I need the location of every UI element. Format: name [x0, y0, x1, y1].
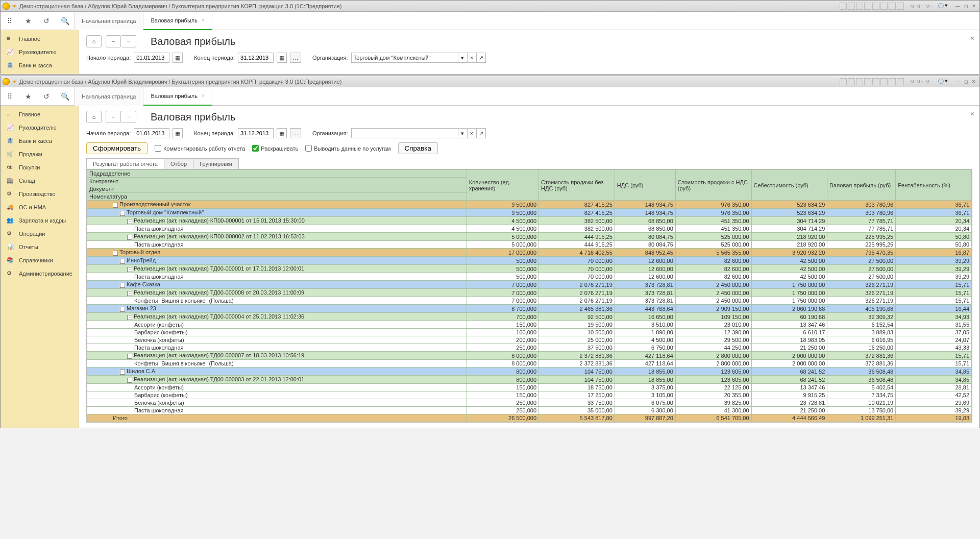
- sidebar-item[interactable]: 🛒Продажи: [1, 148, 79, 161]
- dropdown-caret-icon[interactable]: ▾: [945, 78, 948, 85]
- collapse-icon[interactable]: −: [127, 378, 132, 383]
- table-row[interactable]: Паста шоколадная4 500,000382 500,0068 85…: [87, 225, 972, 233]
- table-row[interactable]: Ассорти (конфеты)150,00018 750,003 375,0…: [87, 384, 972, 391]
- collapse-icon[interactable]: −: [120, 370, 125, 375]
- sidebar-item[interactable]: 🏦Банк и касса: [1, 59, 79, 72]
- collapse-icon[interactable]: −: [127, 354, 132, 359]
- help-button[interactable]: Справка: [398, 142, 438, 154]
- table-row[interactable]: −Магазин 238 700,0002 465 381,36443 768,…: [87, 305, 972, 313]
- tab-start[interactable]: Начальная страница: [75, 87, 143, 106]
- dropdown-icon[interactable]: ⏷: [12, 3, 17, 9]
- subtab[interactable]: Результат работы отчета: [86, 158, 164, 169]
- table-row[interactable]: −Реализация (акт, накладная) ТД00-000007…: [87, 352, 972, 360]
- sidebar-item[interactable]: 🏦Банк и касса: [1, 134, 79, 148]
- org-dropdown-icon[interactable]: ▾: [458, 53, 468, 63]
- info-icon[interactable]: ⓘ: [938, 78, 944, 85]
- toolbar-icon[interactable]: [856, 78, 863, 85]
- maximize-button[interactable]: ◻: [962, 3, 969, 10]
- table-row[interactable]: −ИнноТрейд500,00070 000,0012 600,0082 60…: [87, 257, 972, 265]
- apps-icon[interactable]: ⠿: [1, 87, 19, 106]
- history-icon[interactable]: ↺: [37, 87, 56, 106]
- table-row[interactable]: −Реализация (акт, накладная) КП00-000001…: [87, 217, 972, 225]
- org-select[interactable]: Торговый дом "Комплексный": [351, 53, 458, 63]
- subtab[interactable]: Группировки: [193, 158, 239, 169]
- toolbar-icon[interactable]: [897, 78, 904, 85]
- table-row[interactable]: −Торговый дом "Комплексный"9 500,000827 …: [87, 209, 972, 217]
- toolbar-icon[interactable]: [872, 78, 879, 85]
- collapse-icon[interactable]: −: [127, 315, 132, 320]
- table-row[interactable]: −Реализация (акт, накладная) ТД00-000001…: [87, 265, 972, 273]
- collapse-icon[interactable]: −: [120, 307, 125, 312]
- minimize-button[interactable]: —: [954, 3, 961, 10]
- toolbar-icon[interactable]: [889, 3, 896, 10]
- table-row[interactable]: Паста шоколадная250,00035 000,006 300,00…: [87, 407, 972, 414]
- period-picker-button[interactable]: …: [290, 53, 301, 63]
- toolbar-icon[interactable]: [880, 78, 888, 85]
- info-icon[interactable]: ⓘ: [938, 2, 944, 10]
- tab-gross-profit[interactable]: Валовая прибыль×: [143, 87, 212, 106]
- home-button[interactable]: ⌂: [86, 35, 102, 47]
- toolbar-icon[interactable]: [840, 3, 847, 10]
- search-icon[interactable]: 🔍: [56, 12, 74, 30]
- table-row[interactable]: −Торговый отдел17 000,0004 716 402,55848…: [87, 249, 972, 257]
- sidebar-item[interactable]: 🚚ОС и НМА: [1, 201, 79, 214]
- toolbar-icon[interactable]: [848, 3, 855, 10]
- table-row[interactable]: Конфеты "Вишня в коньяке" (Польша)7 000,…: [87, 297, 972, 305]
- back-button[interactable]: ←: [106, 111, 121, 123]
- table-row[interactable]: Паста шоколадная5 000,000444 915,2580 08…: [87, 241, 972, 249]
- table-row[interactable]: Паста шоколадная500,00070 000,0012 600,0…: [87, 273, 972, 281]
- calendar-icon[interactable]: ▦: [277, 128, 287, 138]
- toolbar-icon[interactable]: [864, 78, 871, 85]
- toolbar-icon[interactable]: [889, 78, 896, 85]
- sidebar-item[interactable]: ≡Главное: [1, 32, 79, 45]
- sidebar-item[interactable]: 📚Справочники: [1, 254, 79, 267]
- period-start-input[interactable]: [134, 128, 169, 138]
- toolbar-icon[interactable]: [848, 78, 855, 85]
- toolbar-icon[interactable]: [856, 3, 863, 10]
- forward-button[interactable]: →: [121, 35, 136, 47]
- subtab[interactable]: Отбор: [164, 158, 193, 169]
- table-row[interactable]: −Реализация (акт, накладная) ТД00-000008…: [87, 289, 972, 297]
- table-row[interactable]: Белочка (конфеты)200,00025 000,004 500,0…: [87, 336, 972, 344]
- org-open-button[interactable]: ↗: [477, 128, 486, 138]
- content-close-icon[interactable]: ×: [970, 34, 974, 42]
- period-picker-button[interactable]: …: [290, 128, 301, 138]
- collapse-icon[interactable]: −: [127, 235, 132, 240]
- history-icon[interactable]: ↺: [37, 12, 56, 30]
- table-row[interactable]: Конфеты "Вишня в коньяке" (Польша)8 000,…: [87, 360, 972, 368]
- star-icon[interactable]: ★: [19, 12, 37, 30]
- table-row[interactable]: Паста шоколадная250,00037 500,006 750,00…: [87, 344, 972, 352]
- collapse-icon[interactable]: −: [113, 203, 118, 208]
- comment-checkbox[interactable]: Комментировать работу отчета: [155, 145, 245, 152]
- collapse-icon[interactable]: −: [120, 211, 125, 216]
- table-row[interactable]: −Кафе Сказка7 000,0002 076 271,19373 728…: [87, 281, 972, 289]
- dropdown-caret-icon[interactable]: ▾: [945, 2, 948, 10]
- sidebar-item[interactable]: ⚙Производство: [1, 187, 79, 201]
- collapse-icon[interactable]: −: [120, 283, 125, 288]
- star-icon[interactable]: ★: [19, 87, 37, 106]
- services-checkbox[interactable]: Выводить данные по услугам: [305, 145, 390, 152]
- apps-icon[interactable]: ⠿: [1, 12, 19, 30]
- sidebar-item[interactable]: 📈Руководителю: [1, 45, 79, 59]
- forward-button[interactable]: →: [121, 111, 136, 123]
- toolbar-icon[interactable]: [840, 78, 847, 85]
- back-button[interactable]: ←: [106, 35, 121, 47]
- run-report-button[interactable]: Сформировать: [86, 142, 148, 154]
- sidebar-item[interactable]: 📊Отчеты: [1, 240, 79, 254]
- table-row[interactable]: −Реализация (акт, накладная) ТД00-000004…: [87, 313, 972, 321]
- org-select[interactable]: [351, 128, 458, 138]
- collapse-icon[interactable]: −: [127, 219, 132, 224]
- toolbar-icon[interactable]: [864, 3, 871, 10]
- calendar-icon[interactable]: ▦: [173, 53, 183, 63]
- tab-close-icon[interactable]: ×: [202, 17, 205, 23]
- table-row[interactable]: −Производственный участок9 500,000827 41…: [87, 201, 972, 209]
- collapse-icon[interactable]: −: [120, 259, 125, 264]
- org-dropdown-icon[interactable]: ▾: [458, 128, 468, 138]
- period-start-input[interactable]: [134, 53, 169, 63]
- toolbar-icon[interactable]: [872, 3, 879, 10]
- sidebar-item[interactable]: ⚙Администрирование: [1, 267, 79, 280]
- colorize-checkbox[interactable]: Раскрашивать: [252, 145, 298, 152]
- tab-gross-profit[interactable]: Валовая прибыль×: [143, 12, 212, 30]
- calendar-icon[interactable]: ▦: [277, 53, 287, 63]
- tab-close-icon[interactable]: ×: [202, 93, 205, 99]
